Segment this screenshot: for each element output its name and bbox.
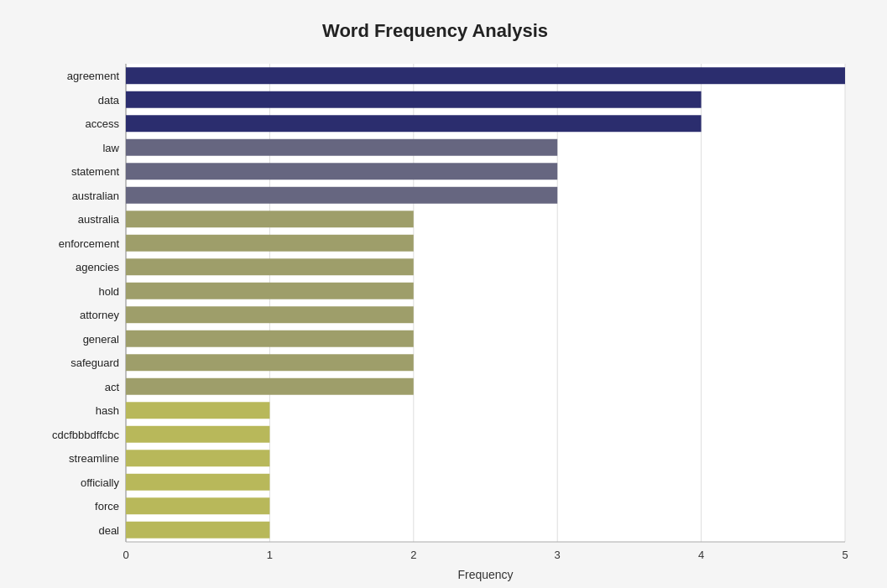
y-label-safeguard: safeguard bbox=[70, 356, 119, 369]
y-label-australia: australia bbox=[78, 213, 120, 226]
svg-text:1: 1 bbox=[267, 549, 273, 561]
bar-hash bbox=[126, 402, 269, 419]
y-label-hash: hash bbox=[96, 404, 119, 417]
bar-deal bbox=[126, 522, 269, 539]
y-label-cdcfbbbdffcbc: cdcfbbbdffcbc bbox=[52, 429, 119, 441]
bar-data bbox=[126, 91, 702, 108]
bar-cdcfbbbdffcbc bbox=[126, 426, 269, 443]
y-label-streamline: streamline bbox=[69, 452, 119, 465]
y-label-officially: officially bbox=[81, 476, 120, 489]
bar-general bbox=[126, 330, 414, 347]
y-label-data: data bbox=[98, 94, 120, 107]
bar-officially bbox=[126, 474, 269, 491]
bar-hold bbox=[126, 283, 414, 299]
svg-rect-0 bbox=[126, 64, 845, 542]
bar-chart: 012345agreementdataaccesslawstatementaus… bbox=[17, 55, 870, 584]
svg-text:2: 2 bbox=[410, 549, 416, 561]
y-label-access: access bbox=[86, 117, 120, 130]
y-label-attorney: attorney bbox=[80, 309, 119, 321]
y-label-deal: deal bbox=[98, 524, 119, 537]
chart-title: Word Frequency Analysis bbox=[17, 17, 853, 42]
y-label-australian: australian bbox=[72, 190, 119, 202]
bar-agencies bbox=[126, 258, 414, 275]
y-label-act: act bbox=[105, 381, 120, 393]
y-label-law: law bbox=[102, 142, 119, 154]
bar-agreement bbox=[126, 67, 845, 84]
svg-text:0: 0 bbox=[123, 549, 128, 561]
chart-container: Word Frequency Analysis 012345agreementd… bbox=[0, 0, 887, 588]
svg-text:Frequency: Frequency bbox=[457, 568, 513, 581]
bar-attorney bbox=[126, 306, 414, 323]
bar-enforcement bbox=[126, 235, 414, 252]
bar-australia bbox=[126, 211, 414, 227]
y-label-statement: statement bbox=[71, 165, 119, 178]
bar-safeguard bbox=[126, 354, 414, 371]
bar-law bbox=[126, 139, 557, 156]
bar-force bbox=[126, 497, 269, 514]
bar-australian bbox=[126, 187, 557, 204]
bar-act bbox=[126, 378, 414, 395]
y-label-general: general bbox=[83, 333, 119, 346]
y-label-force: force bbox=[95, 500, 119, 513]
bar-statement bbox=[126, 163, 557, 180]
y-label-hold: hold bbox=[98, 285, 119, 298]
svg-text:3: 3 bbox=[555, 549, 561, 561]
y-label-agencies: agencies bbox=[76, 261, 120, 273]
bar-streamline bbox=[126, 450, 269, 466]
svg-text:4: 4 bbox=[698, 549, 704, 561]
bar-access bbox=[126, 115, 702, 132]
svg-text:5: 5 bbox=[842, 549, 848, 561]
y-label-enforcement: enforcement bbox=[59, 237, 120, 250]
y-label-agreement: agreement bbox=[67, 70, 120, 82]
